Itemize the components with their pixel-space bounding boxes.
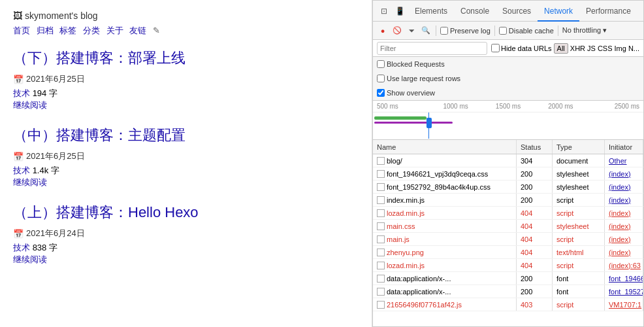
large-rows-label[interactable]: Use large request rows — [377, 75, 460, 82]
initiator-link-3[interactable]: (index) — [609, 196, 631, 204]
disable-cache-checkbox[interactable] — [499, 27, 507, 35]
disable-cache-text: Disable cache — [509, 27, 554, 35]
filter-bar: Hide data URLs All XHR JS CSS Img N... — [373, 40, 643, 57]
toolbar-sep-2 — [494, 26, 495, 36]
post-tag-3[interactable]: 技术 — [13, 243, 30, 252]
table-row[interactable]: data:application/x-...200fontfont_19527 — [373, 285, 643, 298]
file-icon-5 — [377, 222, 385, 230]
table-row[interactable]: font_1946621_vpj3dq9ceqa.css200styleshee… — [373, 167, 643, 181]
nav-about[interactable]: 关于 — [106, 26, 123, 35]
filter-img-btn[interactable]: Img — [615, 44, 626, 52]
post-title-2[interactable]: （中）搭建博客：主题配置 — [13, 126, 359, 145]
timeline-label-3: 1500 ms — [482, 103, 534, 110]
row-initiator-9: font_19466 — [605, 272, 643, 284]
table-row[interactable]: zhenyu.png404text/html(index) — [373, 246, 643, 259]
disable-cache-label[interactable]: Disable cache — [499, 27, 554, 35]
post-readmore-3[interactable]: 继续阅读 — [13, 254, 359, 266]
post-tag-1[interactable]: 技术 — [13, 88, 30, 98]
row-type-2: stylesheet — [553, 181, 605, 193]
table-row[interactable]: lozad.min.js404script(index) — [373, 207, 643, 220]
blocked-requests-label[interactable]: Blocked Requests — [377, 60, 445, 68]
initiator-link-4[interactable]: (index) — [609, 209, 631, 217]
throttling-dropdown[interactable]: No throttling ▾ — [562, 26, 607, 35]
filter-all-btn[interactable]: All — [554, 43, 568, 54]
post-title-1[interactable]: （下）搭建博客：部署上线 — [13, 48, 359, 68]
tab-sources[interactable]: Sources — [496, 1, 538, 22]
nav-home[interactable]: 首页 — [13, 26, 30, 35]
hide-data-urls-checkbox[interactable] — [491, 44, 500, 52]
devtools-mobile-icon[interactable]: 📱 — [393, 4, 407, 18]
initiator-link-10[interactable]: font_19527 — [609, 288, 643, 296]
row-name-text-1: font_1946621_vpj3dq9ceqa.css — [387, 170, 488, 178]
record-button[interactable]: ● — [377, 25, 389, 37]
show-overview-checkbox[interactable] — [377, 89, 385, 97]
tab-performance[interactable]: Performance — [579, 1, 637, 22]
initiator-link-8[interactable]: (index):63 — [609, 262, 641, 269]
tab-elements[interactable]: Elements — [408, 1, 454, 22]
initiator-link-2[interactable]: (index) — [609, 183, 631, 191]
search-button[interactable]: 🔍 — [420, 25, 432, 37]
preserve-log-label[interactable]: Preserve log — [440, 27, 491, 35]
post-readmore-2[interactable]: 继续阅读 — [13, 177, 359, 188]
post-title-3[interactable]: （上）搭建博客：Hello Hexo — [13, 203, 359, 222]
blocked-requests-checkbox[interactable] — [377, 60, 385, 68]
initiator-link-7[interactable]: (index) — [609, 249, 631, 256]
row-name-text-4: lozad.min.js — [387, 209, 425, 217]
filter-js-btn[interactable]: JS — [587, 44, 596, 52]
nav-categories[interactable]: 分类 — [83, 26, 100, 35]
post-readmore-1[interactable]: 继续阅读 — [13, 99, 359, 111]
filter-css-btn[interactable]: CSS — [598, 44, 613, 52]
row-name-1: font_1946621_vpj3dq9ceqa.css — [373, 167, 517, 180]
file-icon-7 — [377, 249, 385, 256]
col-status-header: Status — [517, 140, 553, 154]
row-status-6: 404 — [517, 233, 553, 245]
row-name-7: zhenyu.png — [373, 246, 517, 258]
table-row[interactable]: font_1952792_89b4ac4k4up.css200styleshee… — [373, 181, 643, 194]
options-row-2: Use large request rows — [373, 71, 643, 86]
nav-friends[interactable]: 友链 — [129, 26, 146, 35]
table-row[interactable]: index.min.js200script(index) — [373, 194, 643, 207]
blog-title-text: skymoment's blog — [25, 10, 98, 21]
options-row-1: Blocked Requests — [373, 57, 643, 71]
filter-xhr-btn[interactable]: XHR — [570, 44, 585, 52]
initiator-link-0[interactable]: Other — [609, 157, 627, 165]
clear-button[interactable]: 🚫 — [391, 25, 403, 37]
initiator-link-5[interactable]: (index) — [609, 222, 631, 230]
options-section: Blocked Requests Use large request rows … — [373, 57, 643, 101]
filter-toggle[interactable]: ⏷ — [406, 25, 417, 37]
show-overview-label[interactable]: Show overview — [377, 89, 435, 97]
post-tag-2[interactable]: 技术 — [13, 165, 30, 175]
network-rows-container: blog/304documentOtherfont_1946621_vpj3dq… — [373, 154, 643, 311]
row-initiator-11: VM1707:1 — [605, 298, 643, 311]
hide-data-urls-label[interactable]: Hide data URLs — [491, 44, 552, 52]
nav-tags[interactable]: 标签 — [59, 26, 76, 35]
initiator-link-9[interactable]: font_19466 — [609, 275, 643, 283]
table-row[interactable]: main.js404script(index) — [373, 233, 643, 246]
devtools-panel: ⊡ 📱 Elements Console Sources Network Per… — [372, 0, 644, 327]
row-type-9: font — [553, 272, 605, 284]
table-row[interactable]: data:application/x-...200fontfont_19466 — [373, 272, 643, 285]
table-row[interactable]: lozad.min.js404script(index):63 — [373, 259, 643, 272]
nav-archive[interactable]: 归档 — [37, 26, 54, 35]
row-initiator-7: (index) — [605, 246, 643, 258]
tab-network[interactable]: Network — [538, 1, 579, 22]
row-initiator-1: (index) — [605, 167, 643, 180]
row-status-11: 403 — [517, 298, 553, 311]
filter-more-btn[interactable]: N... — [628, 44, 639, 52]
row-name-text-3: index.min.js — [387, 196, 425, 204]
devtools-tabs: Elements Console Sources Network Perform… — [408, 1, 639, 21]
table-row[interactable]: blog/304documentOther — [373, 154, 643, 167]
row-initiator-0: Other — [605, 154, 643, 167]
table-row[interactable]: main.css404stylesheet(index) — [373, 220, 643, 233]
initiator-link-11[interactable]: VM1707:1 — [609, 301, 641, 309]
initiator-link-1[interactable]: (index) — [609, 170, 631, 178]
tab-console[interactable]: Console — [454, 1, 496, 22]
devtools-cursor-icon[interactable]: ⊡ — [377, 4, 391, 18]
filter-input[interactable] — [377, 42, 487, 55]
table-row[interactable]: 21656496f07761af42.js403scriptVM1707:1 — [373, 298, 643, 311]
preserve-log-checkbox[interactable] — [440, 27, 448, 35]
initiator-link-6[interactable]: (index) — [609, 235, 631, 243]
row-name-text-8: lozad.min.js — [387, 262, 425, 269]
row-type-7: text/html — [553, 246, 605, 258]
large-rows-checkbox[interactable] — [377, 75, 385, 82]
